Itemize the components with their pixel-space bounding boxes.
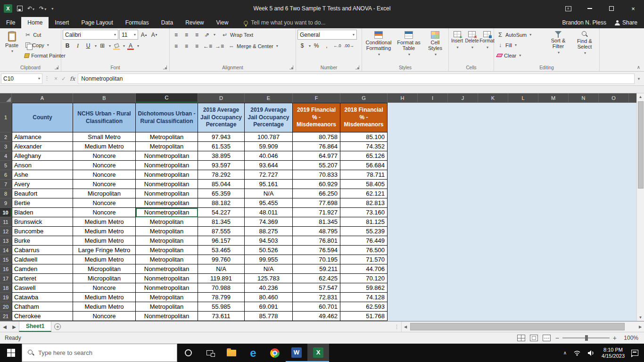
cell-J8[interactable] bbox=[448, 189, 478, 198]
cell-O1[interactable] bbox=[599, 103, 629, 132]
cell-H1[interactable] bbox=[388, 103, 418, 132]
cell-B5[interactable]: Noncore bbox=[73, 161, 136, 170]
cell-D4[interactable]: 38.895 bbox=[198, 151, 245, 161]
cell-O19[interactable] bbox=[599, 293, 629, 302]
cell-M14[interactable] bbox=[538, 246, 569, 255]
conditional-formatting-button[interactable]: Conditional Formatting▾ bbox=[363, 30, 394, 58]
redo-button[interactable]: ↷▾ bbox=[39, 5, 46, 12]
cell-J19[interactable] bbox=[448, 293, 478, 302]
row-header-19[interactable]: 19 bbox=[0, 293, 12, 302]
cell-I20[interactable] bbox=[418, 302, 448, 312]
cell-N2[interactable] bbox=[569, 132, 599, 142]
ribbon-tab-home[interactable]: Home bbox=[21, 17, 49, 28]
cell-K6[interactable] bbox=[478, 170, 508, 180]
cell-G19[interactable]: 74.128 bbox=[340, 293, 388, 302]
cell-K7[interactable] bbox=[478, 180, 508, 189]
collapse-ribbon-button[interactable]: ∧ bbox=[637, 65, 640, 70]
cell-N20[interactable] bbox=[569, 302, 599, 312]
network-icon[interactable] bbox=[573, 350, 581, 356]
cell-K17[interactable] bbox=[478, 274, 508, 283]
cell-H12[interactable] bbox=[388, 227, 418, 236]
cell-K9[interactable] bbox=[478, 198, 508, 208]
cell-A12[interactable]: Buncombe bbox=[12, 227, 73, 236]
cell-F16[interactable]: 59.211 bbox=[293, 264, 340, 274]
taskbar-clock[interactable]: 8:10 PM 4/15/2023 bbox=[602, 347, 625, 359]
tab-scrollbar-splitter[interactable]: ⋮ bbox=[392, 321, 401, 332]
cell-E7[interactable]: 95.161 bbox=[245, 180, 293, 189]
cell-G10[interactable]: 73.160 bbox=[340, 208, 388, 217]
cell-O15[interactable] bbox=[599, 255, 629, 264]
cell-G3[interactable]: 74.352 bbox=[340, 142, 388, 151]
row-header-10[interactable]: 10 bbox=[0, 208, 12, 217]
cell-A14[interactable]: Cabarrus bbox=[12, 246, 73, 255]
share-button[interactable]: Share bbox=[615, 19, 637, 26]
cell-F17[interactable]: 62.425 bbox=[293, 274, 340, 283]
cell-J14[interactable] bbox=[448, 246, 478, 255]
cell-I4[interactable] bbox=[418, 151, 448, 161]
clipboard-dialog-launcher[interactable] bbox=[55, 66, 58, 69]
column-header-O[interactable]: O bbox=[599, 93, 629, 103]
cell-G14[interactable]: 76.500 bbox=[340, 246, 388, 255]
cell-B18[interactable]: Noncore bbox=[73, 283, 136, 293]
font-name-select[interactable]: Calibri▾ bbox=[63, 30, 118, 40]
italic-button[interactable]: I bbox=[73, 41, 83, 50]
ribbon-tab-formulas[interactable]: Formulas bbox=[119, 17, 155, 28]
task-view-button[interactable] bbox=[199, 344, 221, 362]
cell-M5[interactable] bbox=[538, 161, 569, 170]
row-header-1[interactable]: 1 bbox=[0, 103, 12, 132]
cell-H9[interactable] bbox=[388, 198, 418, 208]
row-header-20[interactable]: 20 bbox=[0, 302, 12, 312]
cell-G13[interactable]: 76.449 bbox=[340, 236, 388, 246]
column-header-H[interactable]: H bbox=[388, 93, 418, 103]
cell-D21[interactable]: 73.611 bbox=[198, 312, 245, 321]
cell-B6[interactable]: Noncore bbox=[73, 170, 136, 180]
increase-font-size-button[interactable]: A▴ bbox=[139, 30, 149, 40]
column-header-I[interactable]: I bbox=[418, 93, 448, 103]
cell-J16[interactable] bbox=[448, 264, 478, 274]
cell-D2[interactable]: 97.943 bbox=[198, 132, 245, 142]
cell-I6[interactable] bbox=[418, 170, 448, 180]
cell-I5[interactable] bbox=[418, 161, 448, 170]
tray-chevron-icon[interactable]: ∧ bbox=[563, 350, 567, 355]
zoom-in-button[interactable]: + bbox=[613, 334, 617, 342]
sheet-nav-left-button[interactable]: ◀ bbox=[0, 321, 9, 332]
cell-I14[interactable] bbox=[418, 246, 448, 255]
fill-color-button[interactable] bbox=[112, 41, 121, 50]
cell-F1[interactable]: 2019 Financial % - Misdemeanors bbox=[293, 103, 340, 132]
row-header-8[interactable]: 8 bbox=[0, 189, 12, 198]
cell-A7[interactable]: Avery bbox=[12, 180, 73, 189]
wrap-text-button[interactable]: ↵Wrap Text bbox=[220, 30, 255, 40]
cell-C1[interactable]: Dichotomous Urban - Rural Classification bbox=[136, 103, 198, 132]
cell-O14[interactable] bbox=[599, 246, 629, 255]
cell-H3[interactable] bbox=[388, 142, 418, 151]
cell-H17[interactable] bbox=[388, 274, 418, 283]
top-align-button[interactable]: ≡ bbox=[171, 30, 181, 40]
align-left-button[interactable]: ≡ bbox=[171, 41, 181, 51]
column-header-E[interactable]: E bbox=[245, 93, 293, 103]
cell-A17[interactable]: Carteret bbox=[12, 274, 73, 283]
cell-I10[interactable] bbox=[418, 208, 448, 217]
row-header-21[interactable]: 21 bbox=[0, 312, 12, 321]
cell-C18[interactable]: Nonmetropolitan bbox=[136, 283, 198, 293]
middle-align-button[interactable]: ≡ bbox=[182, 30, 191, 40]
cell-I18[interactable] bbox=[418, 283, 448, 293]
row-header-12[interactable]: 12 bbox=[0, 227, 12, 236]
bottom-align-button[interactable]: ≡ bbox=[192, 30, 201, 40]
cell-O10[interactable] bbox=[599, 208, 629, 217]
cell-M2[interactable] bbox=[538, 132, 569, 142]
cell-F7[interactable]: 60.929 bbox=[293, 180, 340, 189]
cell-L4[interactable] bbox=[508, 151, 538, 161]
cell-A1[interactable]: County bbox=[12, 103, 73, 132]
alignment-dialog-launcher[interactable] bbox=[289, 66, 293, 69]
cell-G4[interactable]: 65.126 bbox=[340, 151, 388, 161]
word-button[interactable]: W bbox=[286, 344, 307, 362]
zoom-slider[interactable] bbox=[562, 337, 610, 338]
copy-button[interactable]: Copy▾ bbox=[23, 40, 67, 50]
cell-H2[interactable] bbox=[388, 132, 418, 142]
cell-E20[interactable]: 69.091 bbox=[245, 302, 293, 312]
column-header-G[interactable]: G bbox=[340, 93, 388, 103]
cell-O16[interactable] bbox=[599, 264, 629, 274]
cell-K5[interactable] bbox=[478, 161, 508, 170]
decrease-indent-button[interactable]: ←≡ bbox=[202, 41, 213, 51]
cut-button[interactable]: ✂Cut bbox=[23, 30, 67, 40]
